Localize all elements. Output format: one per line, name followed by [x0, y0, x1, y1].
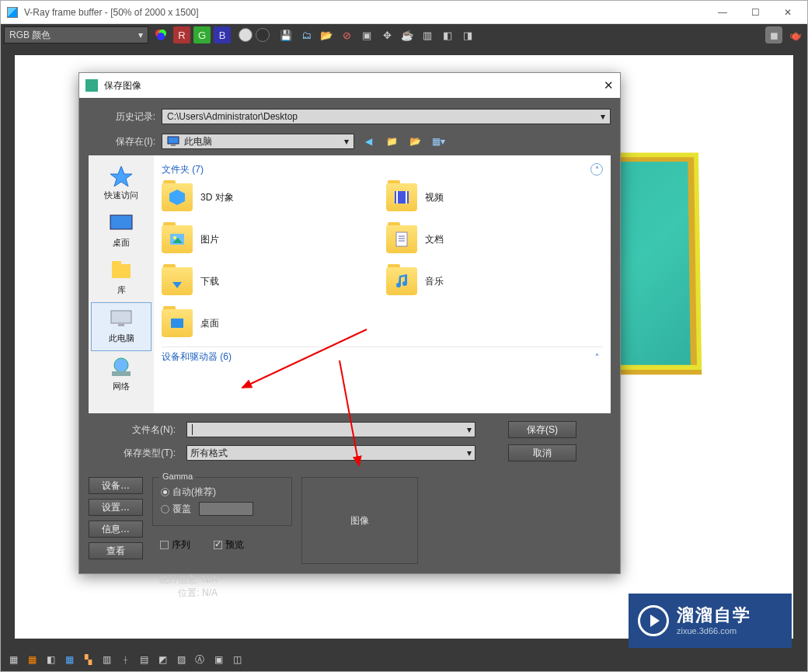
filename-input[interactable]: ▾	[186, 422, 475, 437]
dialog-titlebar[interactable]: 保存图像 ✕	[79, 73, 620, 98]
folder-music[interactable]: 音乐	[386, 266, 603, 297]
dialog-title: 保存图像	[104, 79, 141, 92]
info-button[interactable]: 信息…	[89, 521, 143, 538]
svg-marker-5	[110, 166, 132, 186]
chevron-down-icon: ▾	[467, 424, 472, 435]
window-titlebar[interactable]: V-Ray frame buffer - [50% of 2000 x 1500…	[1, 1, 807, 24]
save-in-value: 此电脑	[184, 135, 212, 148]
svg-rect-8	[112, 261, 121, 266]
region-render-icon[interactable]: ▣	[358, 26, 375, 44]
track-mouse-icon[interactable]: ✥	[378, 26, 395, 44]
folder-videos[interactable]: 视频	[386, 182, 603, 213]
settings-button[interactable]: 设置…	[89, 499, 143, 516]
collapse-up-icon[interactable]: ˄	[590, 163, 603, 176]
sb-icon-6[interactable]: ▥	[99, 652, 114, 667]
devices-section-header[interactable]: 设备和驱动器 (6) ˄	[162, 346, 603, 362]
gamma-legend: Gamma	[159, 472, 196, 481]
view-menu-icon[interactable]: ▦▾	[430, 134, 446, 149]
vray-frame-buffer-window: V-Ray frame buffer - [50% of 2000 x 1500…	[0, 0, 808, 672]
sb-icon-9[interactable]: ◩	[155, 652, 170, 667]
clear-icon[interactable]: ⊘	[338, 26, 355, 44]
save-in-dropdown[interactable]: 此电脑 ▾	[162, 134, 354, 149]
link-pdplayer-icon[interactable]: ☕	[399, 26, 416, 44]
chevron-down-icon: ▾	[601, 111, 605, 122]
history-dropdown[interactable]: C:\Users\Administrator\Desktop ▾	[162, 109, 611, 124]
file-browser[interactable]: 文件夹 (7) ˄ 3D 对象 视频	[154, 155, 611, 413]
color-correct-icon[interactable]: ◧	[439, 26, 456, 44]
folders-section-header[interactable]: 文件夹 (7) ˄	[162, 162, 603, 177]
this-pc-icon	[109, 308, 134, 329]
pixel-info-icon[interactable]: ▥	[419, 26, 436, 44]
place-network[interactable]: 网络	[91, 351, 152, 399]
place-this-pc[interactable]: 此电脑	[91, 302, 152, 351]
svg-rect-3	[168, 137, 179, 144]
svg-rect-4	[171, 144, 176, 146]
green-channel-button[interactable]: G	[193, 26, 211, 44]
compare-icon[interactable]: ◨	[459, 26, 476, 44]
rgb-toggle-icon[interactable]	[152, 26, 170, 44]
sb-icon-4[interactable]: ▦	[61, 652, 77, 667]
folder-icon	[162, 225, 193, 253]
sb-icon-11[interactable]: Ⓐ	[192, 652, 207, 667]
gamma-override-radio[interactable]: 覆盖	[161, 502, 284, 516]
chevron-down-icon: ▾	[344, 136, 349, 147]
folder-downloads[interactable]: 下载	[162, 266, 378, 297]
minimize-button[interactable]: —	[717, 7, 728, 18]
save-all-icon[interactable]: 🗂	[298, 26, 315, 44]
up-folder-icon[interactable]: 📁	[384, 134, 399, 149]
blue-channel-button[interactable]: B	[214, 26, 231, 44]
filetype-label: 保存类型(T):	[109, 447, 176, 460]
red-channel-button[interactable]: R	[173, 26, 190, 44]
svg-rect-6	[110, 215, 132, 229]
folder-desktop[interactable]: 桌面	[162, 308, 378, 339]
save-button[interactable]: 保存(S)	[508, 421, 576, 438]
star-icon	[109, 165, 134, 186]
filetype-dropdown[interactable]: 所有格式 ▾	[186, 445, 475, 461]
sb-icon-2[interactable]: ▦	[24, 652, 40, 667]
svg-point-11	[114, 358, 128, 372]
view-button[interactable]: 查看	[89, 542, 143, 559]
sb-icon-3[interactable]: ◧	[43, 652, 58, 667]
preview-checkbox[interactable]: 预览	[214, 538, 244, 552]
new-folder-icon[interactable]: 📂	[407, 134, 423, 149]
folder-3d-objects[interactable]: 3D 对象	[162, 182, 378, 213]
back-icon[interactable]: ◀	[360, 134, 376, 149]
sb-icon-1[interactable]: ▦	[5, 652, 21, 667]
gamma-override-input[interactable]	[199, 502, 253, 516]
cancel-button[interactable]: 取消	[508, 444, 576, 461]
sb-icon-5[interactable]: ▚	[80, 652, 96, 667]
channel-dropdown[interactable]: RGB 颜色 ▾	[4, 26, 148, 44]
sb-icon-12[interactable]: ▣	[211, 652, 226, 667]
collapse-up-icon[interactable]: ˄	[590, 351, 603, 364]
save-icon[interactable]: 💾	[277, 26, 294, 44]
maximize-button[interactable]: ☐	[750, 7, 761, 18]
teapot-render-icon[interactable]: 🫖	[787, 26, 804, 44]
folder-icon	[386, 225, 417, 253]
sequence-checkbox[interactable]: 序列	[160, 538, 190, 552]
gamma-auto-radio[interactable]: 自动(推荐)	[161, 486, 284, 499]
watermark: 溜溜自学 zixue.3d66.com	[629, 594, 792, 648]
place-desktop[interactable]: 桌面	[91, 207, 152, 255]
folder-pictures[interactable]: 图片	[162, 224, 378, 255]
sb-icon-13[interactable]: ◫	[229, 652, 245, 667]
place-quick-access[interactable]: 快速访问	[91, 160, 152, 207]
sb-icon-10[interactable]: ▨	[173, 652, 189, 667]
place-libraries[interactable]: 库	[91, 255, 152, 302]
close-icon[interactable]: ✕	[604, 78, 614, 92]
watermark-url: zixue.3d66.com	[677, 626, 751, 636]
device-button[interactable]: 设备…	[89, 477, 143, 494]
stop-render-icon[interactable]: ◼	[765, 26, 782, 44]
watermark-title: 溜溜自学	[677, 605, 751, 625]
this-pc-icon	[167, 136, 179, 147]
open-folder-icon[interactable]: 📂	[318, 26, 335, 44]
mono-dark-toggle[interactable]	[256, 28, 270, 42]
svg-point-2	[157, 33, 165, 40]
channel-dropdown-value: RGB 颜色	[9, 29, 50, 42]
sb-icon-8[interactable]: ▤	[136, 652, 152, 667]
text-cursor	[192, 424, 193, 435]
sb-icon-7[interactable]: ⟊	[117, 652, 133, 667]
svg-rect-15	[396, 191, 398, 204]
close-button[interactable]: ✕	[782, 7, 793, 18]
mono-white-toggle[interactable]	[239, 28, 252, 42]
folder-documents[interactable]: 文档	[386, 224, 603, 255]
